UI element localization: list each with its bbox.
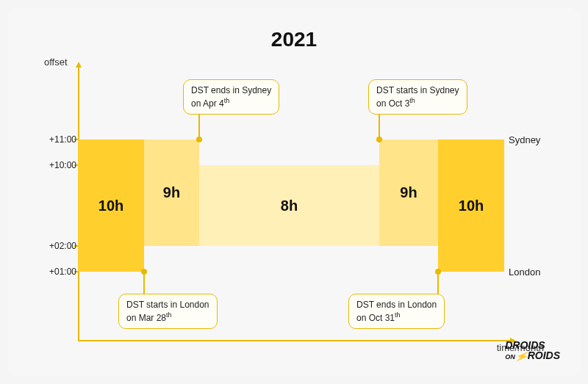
callout-sydney-end: DST ends in Sydneyon Apr 4th — [183, 79, 279, 115]
tick-p02: +02:00 — [44, 241, 76, 251]
card: { "title": "2021", "axis": { "y": "offse… — [7, 7, 581, 377]
tick-p01: +01:00 — [44, 267, 76, 277]
callout-london-start: DST starts in Londonon Mar 28th — [118, 294, 218, 329]
y-axis-label: offset — [44, 57, 68, 68]
tick-p10: +10:00 — [44, 160, 76, 170]
brand-logo: DROIDS ON⚡ROIDS — [505, 341, 560, 361]
callout-lead — [437, 273, 439, 295]
bolt-icon: ⚡ — [514, 350, 528, 363]
chart-title: 2021 — [7, 28, 581, 51]
callout-london-end: DST ends in Londonon Oct 31th — [348, 294, 445, 329]
callout-lead — [143, 273, 145, 295]
callout-sydney-start: DST starts in Sydneyon Oct 3th — [368, 79, 467, 115]
seg-9h-a: 9h — [144, 140, 199, 246]
seg-10h-b: 10h — [438, 140, 504, 272]
tick-p11: +11:00 — [44, 134, 76, 145]
label-sydney: Sydney — [509, 134, 540, 145]
seg-10h-a: 10h — [78, 140, 144, 272]
x-axis — [78, 340, 512, 341]
seg-9h-b: 9h — [379, 140, 438, 246]
plot-panel: +11:00 +10:00 +02:00 +01:00 Sydney Londo… — [78, 66, 504, 341]
label-london: London — [509, 267, 540, 278]
seg-8h: 8h — [199, 165, 379, 246]
